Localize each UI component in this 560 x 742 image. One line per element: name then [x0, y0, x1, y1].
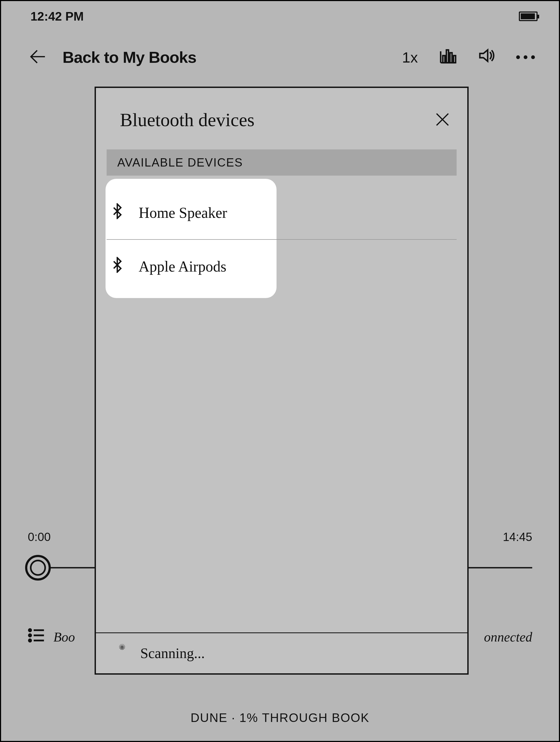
clock: 12:42 PM — [31, 9, 83, 23]
device-item[interactable]: Home Speaker — [107, 186, 457, 240]
bookmark-left-fragment: Boo — [53, 629, 75, 645]
status-bar: 12:42 PM — [1, 9, 559, 23]
list-icon[interactable] — [28, 627, 53, 647]
device-list: Home Speaker Apple Airpods — [107, 186, 457, 293]
footer-progress: DUNE · 1% THROUGH BOOK — [1, 710, 559, 725]
playback-speed[interactable]: 1x — [402, 49, 418, 66]
scan-status: Scanning... — [140, 645, 205, 661]
bookmark-right-fragment: onnected — [484, 629, 532, 645]
device-item[interactable]: Apple Airpods — [107, 240, 457, 293]
bluetooth-icon — [112, 203, 125, 223]
equalizer-icon[interactable] — [439, 47, 456, 67]
battery-icon — [519, 11, 538, 21]
back-arrow-icon[interactable] — [28, 47, 47, 67]
volume-icon[interactable] — [478, 47, 495, 67]
svg-marker-7 — [480, 50, 488, 61]
svg-rect-5 — [450, 53, 452, 62]
svg-rect-4 — [446, 50, 449, 63]
seek-thumb[interactable] — [25, 555, 51, 581]
svg-point-8 — [29, 629, 31, 631]
bluetooth-icon — [112, 257, 125, 276]
svg-rect-3 — [443, 56, 445, 63]
device-name: Apple Airpods — [139, 258, 226, 275]
svg-point-10 — [29, 634, 31, 636]
svg-point-12 — [29, 639, 31, 641]
modal-title: Bluetooth devices — [120, 109, 255, 131]
modal-footer: Scanning... — [96, 632, 467, 673]
close-icon[interactable] — [434, 111, 451, 129]
spinner-icon — [115, 646, 129, 661]
back-label[interactable]: Back to My Books — [62, 48, 197, 66]
svg-rect-6 — [453, 56, 455, 63]
total-time: 14:45 — [503, 530, 532, 544]
toolbar: Back to My Books 1x — [1, 41, 559, 73]
device-name: Home Speaker — [139, 204, 227, 221]
section-available-devices: AVAILABLE DEVICES — [107, 149, 457, 176]
bluetooth-modal: Bluetooth devices AVAILABLE DEVICES Home… — [95, 87, 469, 675]
more-icon[interactable] — [516, 55, 535, 59]
elapsed-time: 0:00 — [28, 530, 51, 544]
